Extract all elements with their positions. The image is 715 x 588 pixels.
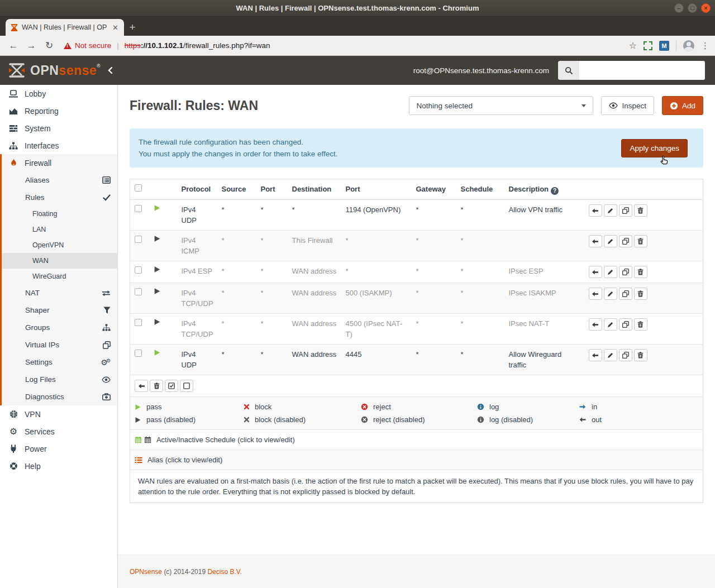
row-checkbox[interactable] [135,236,142,243]
add-button[interactable]: Add [662,96,703,115]
delete-rule-button[interactable] [634,288,647,300]
sidebar-item-power[interactable]: Power [0,440,117,457]
deciso-link[interactable]: Deciso B.V. [207,568,242,576]
select-all-checkbox[interactable] [135,184,142,192]
sidebar-item-interfaces[interactable]: Interfaces [0,137,117,154]
sidebar-item-openvpn[interactable]: OpenVPN [2,237,117,253]
sidebar-item-diagnostics[interactable]: Diagnostics [2,388,117,405]
sidebar-item-rules[interactable]: Rules [2,189,117,206]
schedule-hint[interactable]: Active/Inactive Schedule (click to view/… [156,436,295,444]
row-checkbox[interactable] [135,288,142,295]
col-port: Port [256,179,288,200]
bookmark-star-icon[interactable]: ☆ [629,40,637,51]
sidebar-item-lobby[interactable]: Lobby [0,85,117,102]
rule-row-2[interactable]: IPv4 ICMP * * This Firewall * * * [130,231,703,261]
app-header: OPNsense® root@OPNsense.test.thomas-kren… [0,56,715,85]
sidebar-item-groups[interactable]: Groups [2,319,117,336]
profile-avatar-icon[interactable] [683,40,694,51]
move-rule-button[interactable] [589,204,602,217]
back-icon[interactable]: ← [6,40,21,51]
delete-rule-button[interactable] [634,349,647,361]
clone-rule-button[interactable] [619,266,632,278]
edit-rule-button[interactable] [604,204,617,217]
sidebar-item-lan[interactable]: LAN [2,222,117,237]
maximize-icon[interactable]: □ [688,3,697,13]
sidebar-item-log-files[interactable]: Log Files [2,371,117,388]
sidebar-item-system[interactable]: System [0,119,117,137]
new-tab-button[interactable]: + [124,20,141,36]
sidebar-item-firewall[interactable]: Firewall [2,154,117,171]
search-button[interactable] [558,61,579,80]
clone-rule-button[interactable] [619,349,632,361]
edit-rule-button[interactable] [604,266,617,278]
opnsense-link[interactable]: OPNsense [130,568,162,576]
delete-rule-button[interactable] [634,235,647,247]
sidebar-item-shaper[interactable]: Shaper [2,302,117,319]
tab-close-icon[interactable]: ✕ [111,23,120,32]
browser-menu-icon[interactable]: ⋮ [701,41,709,51]
sidebar-item-vpn[interactable]: VPN [0,405,117,423]
clone-rule-button[interactable] [619,288,632,300]
minimize-icon[interactable]: – [674,3,684,13]
help-icon[interactable]: ? [551,187,559,195]
delete-rule-button[interactable] [634,204,647,217]
clone-rule-button[interactable] [619,235,632,247]
browser-tab[interactable]: WAN | Rules | Firewall | OP ✕ [6,19,124,36]
reload-icon[interactable]: ↻ [41,40,57,51]
close-icon[interactable]: × [701,3,711,13]
row-checkbox[interactable] [135,266,142,274]
clone-rule-button[interactable] [619,204,632,217]
delete-rule-button[interactable] [634,318,647,331]
rule-row-4[interactable]: IPv4 TCP/UDP * * WAN address 500 (ISAKMP… [130,283,703,314]
select-value: Nothing selected [416,102,473,110]
sidebar-item-aliases[interactable]: Aliases [2,171,117,189]
move-rule-button[interactable] [589,349,602,361]
enable-selected-button[interactable] [165,380,178,392]
sidebar-item-wireguard[interactable]: WireGuard [2,269,117,284]
row-checkbox[interactable] [135,205,142,212]
extension-icon[interactable]: M [659,41,669,51]
edit-rule-button[interactable] [604,349,617,361]
sidebar-item-wan[interactable]: WAN [2,253,117,269]
move-rule-button[interactable] [589,288,602,300]
col-source: Source [217,179,256,200]
sidebar-item-nat[interactable]: NAT [2,284,117,302]
alias-hint[interactable]: Alias (click to view/edit) [147,456,222,464]
url-bar[interactable]: Not secure | https://10.1.102.1/firewall… [64,41,621,50]
delete-rule-button[interactable] [634,266,647,278]
move-rule-button[interactable] [589,266,602,278]
row-checkbox[interactable] [135,350,142,357]
rule-row-1[interactable]: IPv4 UDP * * * 1194 (OpenVPN) * * Allow … [130,200,703,231]
plug-icon [8,444,19,453]
rule-row-6[interactable]: IPv4 UDP * * WAN address 4445 * * Allow … [130,345,703,375]
collapse-sidebar-icon[interactable] [107,66,113,74]
disable-selected-button[interactable] [180,380,193,392]
opnsense-logo[interactable]: OPNsense® [0,63,118,78]
category-select[interactable]: Nothing selected [409,96,593,115]
clone-rule-button[interactable] [619,318,632,331]
sidebar-item-reporting[interactable]: Reporting [0,102,117,119]
sidebar-item-help[interactable]: Help [0,457,117,475]
forward-icon[interactable]: → [23,40,39,51]
move-rule-button[interactable] [589,235,602,247]
screenshot-frame-icon[interactable] [644,41,652,50]
check-square-icon [168,383,175,389]
rule-row-3[interactable]: IPv4 ESP * * WAN address * * * IPsec ESP [130,261,703,283]
sidebar-item-services[interactable]: ⚙ Services [0,423,117,440]
rule-row-5[interactable]: IPv4 TCP/UDP * * WAN address 4500 (IPsec… [130,314,703,345]
alias-hint-row[interactable]: Alias (click to view/edit) [130,450,703,470]
move-selected-button[interactable] [135,380,148,392]
inspect-button[interactable]: Inspect [601,96,654,115]
delete-selected-button[interactable] [150,380,163,392]
search-input[interactable] [579,61,705,80]
sidebar-item-settings[interactable]: Settings ⚙⚙ [2,353,117,371]
row-checkbox[interactable] [135,319,142,326]
apply-changes-button[interactable]: Apply changes [621,139,688,157]
sidebar-item-virtual-ips[interactable]: Virtual IPs [2,336,117,353]
edit-rule-button[interactable] [604,318,617,331]
edit-rule-button[interactable] [604,235,617,247]
move-rule-button[interactable] [589,318,602,331]
sidebar-item-floating[interactable]: Floating [2,206,117,222]
edit-rule-button[interactable] [604,288,617,300]
schedule-hint-row[interactable]: Active/Inactive Schedule (click to view/… [130,430,703,450]
